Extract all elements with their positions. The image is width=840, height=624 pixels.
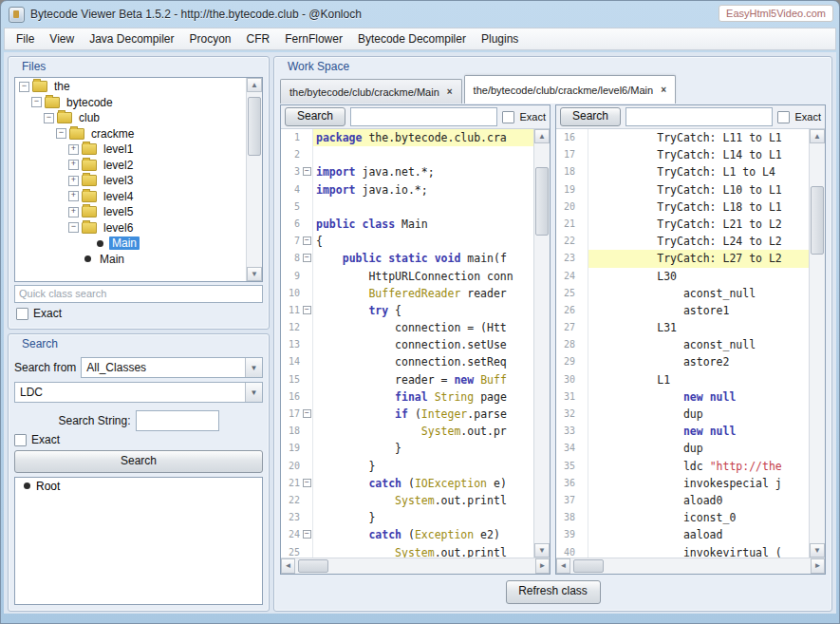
code-line[interactable]: 25 System.out.printl: [281, 544, 533, 558]
expander-icon[interactable]: −: [44, 113, 54, 123]
tree-item-club[interactable]: −club: [15, 110, 246, 126]
bytecode-view[interactable]: 16 TryCatch: L11 to L117 TryCatch: L14 t…: [556, 129, 809, 558]
scroll-up-arrow[interactable]: ▲: [534, 129, 550, 143]
tree-item-level3[interactable]: +level3: [15, 173, 246, 189]
expander-icon[interactable]: −: [56, 128, 66, 139]
tab-close-icon[interactable]: ×: [447, 86, 453, 97]
code-line[interactable]: 20 TryCatch: L18 to L1: [556, 199, 809, 216]
code-line[interactable]: 20 }: [281, 458, 533, 475]
pane-search-input[interactable]: [625, 107, 773, 126]
code-line[interactable]: 4import java.io.*;: [281, 181, 533, 199]
tree-item-level4[interactable]: +level4: [15, 189, 246, 205]
pane-search-button[interactable]: Search: [285, 107, 345, 126]
search-from-combo[interactable]: All_Classes ▼: [81, 357, 263, 378]
expander-icon[interactable]: +: [68, 207, 79, 217]
scroll-down-arrow[interactable]: ▼: [534, 543, 550, 558]
code-line[interactable]: 33 new null: [556, 423, 809, 440]
scroll-down-arrow[interactable]: ▼: [247, 267, 262, 281]
menu-item-procyon[interactable]: Procyon: [182, 29, 239, 48]
pane-search-input[interactable]: [350, 107, 497, 126]
code-line[interactable]: 14 connection.setReq: [281, 353, 533, 370]
code-line[interactable]: 16 TryCatch: L11 to L1: [556, 129, 809, 146]
scroll-thumb[interactable]: [535, 167, 549, 236]
code-line[interactable]: 30 L1: [556, 371, 809, 388]
code-line[interactable]: 22 TryCatch: L24 to L2: [556, 233, 809, 250]
code-line[interactable]: 28 aconst_null: [556, 336, 809, 353]
code-line[interactable]: 18 TryCatch: L1 to L4: [556, 163, 809, 180]
chevron-down-icon[interactable]: ▼: [245, 383, 262, 402]
code-hscrollbar[interactable]: ◄ ►: [556, 558, 825, 574]
code-line[interactable]: 34 dup: [556, 440, 809, 457]
pane-search-button[interactable]: Search: [560, 107, 621, 126]
tree-item-level1[interactable]: +level1: [15, 142, 246, 158]
tab-close-icon[interactable]: ×: [661, 85, 666, 95]
code-line[interactable]: 22 System.out.printl: [281, 492, 533, 509]
code-line[interactable]: 38 iconst_0: [556, 509, 809, 526]
quick-class-search-input[interactable]: [14, 285, 263, 303]
code-line[interactable]: 21 TryCatch: L21 to L2: [556, 216, 809, 233]
code-hscrollbar[interactable]: ◄ ►: [281, 558, 550, 574]
code-line[interactable]: 26 astore1: [556, 302, 809, 319]
code-line[interactable]: 8− public static void main(f: [281, 250, 533, 267]
pane-exact-checkbox[interactable]: [777, 111, 790, 123]
pane-exact-checkbox[interactable]: [502, 111, 514, 123]
code-line[interactable]: 37 aload0: [556, 492, 809, 509]
expander-icon[interactable]: +: [68, 191, 79, 201]
expander-icon[interactable]: −: [19, 82, 29, 92]
scroll-left-arrow[interactable]: ◄: [281, 558, 295, 574]
code-line[interactable]: 18 System.out.pr: [281, 423, 533, 440]
expander-icon[interactable]: +: [68, 144, 79, 155]
code-line[interactable]: 25 aconst_null: [556, 285, 809, 302]
scroll-right-arrow[interactable]: ►: [535, 558, 550, 574]
code-line[interactable]: 6public class Main: [281, 216, 533, 233]
tree-item-main[interactable]: Main: [15, 252, 246, 268]
code-line[interactable]: 21− catch (IOException e): [281, 475, 533, 492]
code-line[interactable]: 15 reader = new Buff: [281, 371, 533, 388]
code-line[interactable]: 13 connection.setUse: [281, 336, 533, 353]
code-line[interactable]: 19 TryCatch: L10 to L1: [556, 181, 809, 199]
code-line[interactable]: 9 HttpURLConnection conn: [281, 268, 533, 285]
code-line[interactable]: 3−import java.net.*;: [281, 163, 533, 180]
code-line[interactable]: 1package the.bytecode.club.cra: [281, 129, 533, 146]
scroll-thumb[interactable]: [811, 186, 824, 255]
code-line[interactable]: 7−{: [281, 233, 533, 250]
code-line[interactable]: 5: [281, 199, 533, 216]
scroll-right-arrow[interactable]: ►: [811, 558, 825, 574]
tree-item-level5[interactable]: +level5: [15, 204, 246, 220]
search-type-combo[interactable]: LDC ▼: [14, 382, 263, 403]
scroll-up-arrow[interactable]: ▲: [810, 129, 825, 143]
code-line[interactable]: 24 L30: [556, 268, 809, 285]
menu-item-plugins[interactable]: Plugins: [474, 29, 526, 48]
tree-item-level6[interactable]: −level6: [15, 220, 246, 236]
file-tree-scrollbar[interactable]: ▲ ▼: [246, 78, 262, 281]
fold-collapse-icon[interactable]: −: [303, 479, 311, 487]
scroll-thumb[interactable]: [298, 559, 328, 573]
fold-collapse-icon[interactable]: −: [303, 530, 311, 539]
tree-item-level2[interactable]: +level2: [15, 158, 246, 174]
tree-item-the[interactable]: −the: [15, 79, 246, 95]
title-bar[interactable]: Bytecode Viewer Beta 1.5.2 - http://the.…: [1, 1, 839, 28]
code-line[interactable]: 2: [281, 146, 533, 163]
fold-collapse-icon[interactable]: −: [303, 306, 311, 314]
code-line[interactable]: 17 TryCatch: L14 to L1: [556, 146, 809, 163]
menu-item-file[interactable]: File: [9, 29, 42, 48]
expander-icon[interactable]: +: [68, 176, 79, 186]
code-line[interactable]: 31 new null: [556, 388, 809, 406]
tree-item-crackme[interactable]: −crackme: [15, 126, 246, 142]
menu-item-fernflower[interactable]: FernFlower: [277, 29, 350, 48]
tab-main[interactable]: the/bytecode/club/crackme/Main×: [280, 79, 462, 104]
code-line[interactable]: 39 aaload: [556, 526, 809, 543]
fold-collapse-icon[interactable]: −: [303, 167, 311, 176]
code-line[interactable]: 23 }: [281, 509, 533, 526]
code-line[interactable]: 19 }: [281, 440, 533, 457]
code-line[interactable]: 40 invokevirtual (: [556, 544, 809, 558]
code-line[interactable]: 11− try {: [281, 302, 533, 319]
expander-icon[interactable]: −: [31, 97, 42, 107]
code-line[interactable]: 32 dup: [556, 406, 809, 423]
code-line[interactable]: 23 TryCatch: L27 to L2: [556, 250, 809, 267]
scroll-left-arrow[interactable]: ◄: [556, 558, 570, 574]
code-line[interactable]: 17− if (Integer.parse: [281, 406, 533, 423]
code-line[interactable]: 36 invokespecial j: [556, 475, 809, 492]
scroll-thumb[interactable]: [573, 559, 604, 573]
code-line[interactable]: 29 astore2: [556, 353, 809, 370]
